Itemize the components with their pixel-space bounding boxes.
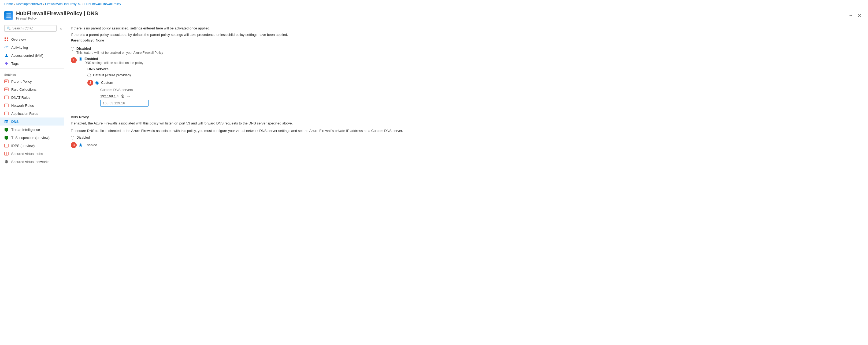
dns-default-option: Default (Azure provided) — [87, 73, 862, 77]
dns-proxy-title: DNS Proxy — [71, 115, 862, 119]
breadcrumb: Home › DevelopmentVNet › FirewallWithDns… — [0, 0, 868, 8]
proxy-enabled-radio[interactable] — [79, 143, 82, 147]
svg-point-8 — [6, 54, 7, 56]
sidebar-item-activity[interactable]: Activity log — [0, 43, 64, 51]
delete-dns-icon[interactable]: 🗑 — [121, 94, 125, 98]
sidebar-label-dnat-rules: DNAT Rules — [11, 96, 30, 100]
more-options-button[interactable]: ··· — [849, 13, 852, 18]
dns-custom-radio[interactable] — [95, 81, 99, 84]
app-rules-icon — [4, 111, 8, 116]
tls-icon — [4, 135, 8, 140]
sidebar-label-idps: IDPS (preview) — [11, 144, 35, 148]
dns-disabled-radio[interactable] — [71, 47, 74, 50]
sidebar-item-overview[interactable]: Overview — [0, 35, 64, 43]
svg-rect-5 — [7, 37, 8, 39]
svg-rect-19 — [5, 112, 8, 115]
sidebar-item-iam[interactable]: Access control (IAM) — [0, 51, 64, 60]
sidebar-item-dnat-rules[interactable]: DNAT Rules — [0, 94, 64, 101]
svg-rect-18 — [5, 104, 8, 107]
collapse-sidebar-button[interactable]: « — [60, 26, 62, 31]
parent-policy-label: Parent policy: — [71, 38, 94, 42]
dns-default-radio[interactable] — [87, 74, 91, 77]
step-badge-3: 3 — [71, 142, 77, 148]
svg-rect-7 — [7, 40, 8, 41]
more-dns-icon[interactable]: ··· — [127, 94, 130, 98]
secured-hubs-icon — [4, 151, 8, 156]
dns-enabled-option: Enabled DNS settings will be applied on … — [79, 57, 862, 65]
sidebar-item-tags[interactable]: Tags — [0, 60, 64, 67]
sidebar-item-tls[interactable]: TLS inspection (preview) — [0, 134, 64, 142]
sidebar-label-overview: Overview — [11, 37, 26, 41]
svg-rect-0 — [6, 13, 11, 14]
dns-default-label: Default (Azure provided) — [93, 73, 131, 77]
iam-icon — [4, 53, 8, 58]
dns-value-1: 192.168.1.4 — [100, 94, 119, 98]
sidebar-item-dns[interactable]: DNS DNS — [0, 117, 64, 126]
parent-policy-line: Parent policy: None — [71, 38, 862, 42]
custom-dns-section: Custom DNS servers 192.168.1.4 🗑 ··· — [100, 88, 862, 106]
activity-icon — [4, 45, 8, 49]
breadcrumb-rg[interactable]: FirewallWithDnsProxyRG — [45, 2, 81, 6]
dns-custom-option: Custom — [95, 80, 113, 84]
sidebar-item-app-rules[interactable]: Application Rules — [0, 109, 64, 117]
breadcrumb-vnet[interactable]: DevelopmentVNet — [16, 2, 42, 6]
svg-rect-2 — [6, 15, 11, 16]
svg-rect-4 — [5, 37, 6, 39]
sidebar-item-threat[interactable]: Threat Intelligence — [0, 126, 64, 134]
dnat-icon — [4, 95, 8, 100]
header-titles: HubFirewallFirewallPolicy | DNS Firewall… — [16, 10, 845, 20]
breadcrumb-policy[interactable]: HubFirewallFirewallPolicy — [85, 2, 121, 6]
dns-proxy-info2: To ensure DNS traffic is directed to the… — [71, 128, 862, 134]
network-rules-icon — [4, 103, 8, 108]
svg-rect-1 — [6, 14, 11, 15]
page-title: HubFirewallFirewallPolicy | DNS — [16, 10, 845, 16]
proxy-enabled-option: Enabled — [79, 143, 97, 147]
sidebar-item-secured-vnets[interactable]: Secured virtual networks — [0, 158, 64, 166]
parent-policy-value: None — [96, 38, 104, 42]
dns-enabled-radio[interactable] — [79, 57, 82, 61]
sidebar-label-rule-collections: Rule Collections — [11, 88, 36, 92]
sidebar-label-dns: DNS — [11, 119, 19, 124]
sidebar-item-secured-hubs[interactable]: Secured virtual hubs — [0, 150, 64, 158]
dns-disabled-option: Disabled This feature will not be enable… — [71, 46, 862, 55]
breadcrumb-home[interactable]: Home — [4, 2, 13, 6]
sidebar-label-app-rules: Application Rules — [11, 112, 38, 116]
proxy-enabled-label: Enabled — [85, 143, 97, 147]
dns-disabled-label: Disabled — [76, 46, 163, 50]
sidebar-label-activity: Activity log — [11, 45, 28, 49]
proxy-disabled-radio[interactable] — [71, 136, 74, 139]
parent-policy-icon — [4, 79, 8, 83]
sidebar-label-iam: Access control (IAM) — [11, 54, 43, 58]
content-area: If there is no parent policy associated,… — [64, 22, 868, 345]
proxy-disabled-label: Disabled — [76, 135, 90, 139]
sidebar-item-network-rules[interactable]: Network Rules — [0, 101, 64, 109]
step-badge-1: 1 — [71, 57, 77, 63]
dns-icon: DNS — [4, 119, 8, 124]
dns-servers-label: DNS Servers — [87, 67, 862, 71]
page-header: HubFirewallFirewallPolicy | DNS Firewall… — [0, 8, 868, 22]
sidebar-label-network-rules: Network Rules — [11, 104, 34, 108]
secured-vnets-icon — [4, 160, 8, 164]
dns-entry-1: 192.168.1.4 🗑 ··· — [100, 94, 862, 98]
settings-section-label: Settings — [0, 70, 64, 77]
proxy-disabled-option: Disabled — [71, 135, 862, 139]
dns-input-field[interactable] — [100, 100, 149, 106]
sidebar-item-rule-collections[interactable]: Rule Collections — [0, 85, 64, 94]
sidebar: 🔍 « Overview Activity log Access control… — [0, 22, 64, 345]
svg-rect-10 — [5, 80, 8, 83]
overview-icon — [4, 37, 8, 41]
sidebar-label-secured-vnets: Secured virtual networks — [11, 160, 49, 164]
dns-disabled-desc: This feature will not be enabled on your… — [76, 51, 163, 55]
dns-enabled-desc: DNS settings will be applied on the poli… — [85, 61, 143, 65]
sidebar-item-parent-policy[interactable]: Parent Policy — [0, 77, 64, 85]
search-input[interactable] — [12, 27, 54, 30]
sidebar-label-threat: Threat Intelligence — [11, 128, 40, 132]
close-button[interactable]: ✕ — [856, 11, 864, 20]
svg-rect-3 — [6, 17, 11, 18]
dns-enabled-label: Enabled — [85, 57, 143, 61]
sidebar-item-idps[interactable]: IDPS (preview) — [0, 142, 64, 150]
step-badge-2: 2 — [87, 80, 93, 85]
sidebar-label-tags: Tags — [11, 62, 19, 66]
dns-custom-label: Custom — [101, 80, 113, 84]
svg-rect-13 — [5, 88, 8, 91]
